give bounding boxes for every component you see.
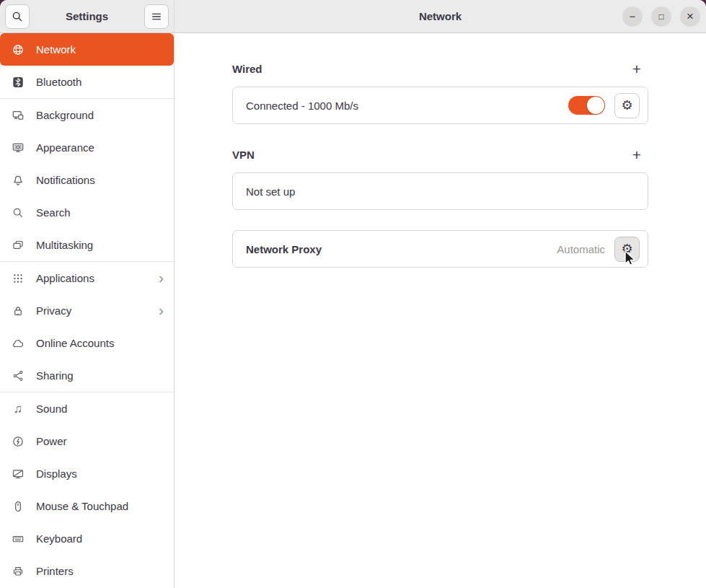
sidebar-item-label: Power <box>36 435 67 447</box>
search-icon <box>12 11 23 22</box>
sidebar-item-label: Multitasking <box>36 239 93 251</box>
sidebar-item-label: Sharing <box>36 369 74 382</box>
sidebar-item-appearance[interactable]: Appearance <box>0 131 174 164</box>
vpn-status-label: Not set up <box>246 185 640 198</box>
maximize-button[interactable]: □ <box>651 6 671 27</box>
sidebar-item-label: Privacy <box>36 304 71 317</box>
sidebar-item-label: Mouse & Touchpad <box>36 500 128 512</box>
sidebar-item-label: Displays <box>36 468 77 480</box>
wired-status-label: Connected - 1000 Mb/s <box>246 100 568 112</box>
close-button[interactable]: × <box>680 6 700 27</box>
sidebar-item-printers[interactable]: Printers <box>0 555 174 587</box>
sidebar-item-multitasking[interactable]: Multitasking <box>0 229 174 261</box>
sidebar-item-label: Search <box>36 206 71 219</box>
proxy-value: Automatic <box>557 243 605 255</box>
app-title: Settings <box>30 10 144 22</box>
menu-button[interactable] <box>144 4 169 29</box>
background-icon <box>12 110 24 121</box>
sidebar-item-label: Sound <box>36 403 67 415</box>
sidebar-item-background[interactable]: Background <box>0 99 174 131</box>
minimize-button[interactable]: − <box>622 6 643 27</box>
sidebar-item-label: Online Accounts <box>36 337 114 349</box>
lock-icon <box>12 305 24 317</box>
sidebar-item-privacy[interactable]: Privacy › <box>0 294 174 327</box>
sidebar-item-label: Background <box>36 109 94 121</box>
gear-icon: ⚙ <box>621 99 632 112</box>
multitasking-icon <box>12 240 24 251</box>
printer-icon <box>12 566 24 577</box>
sidebar-item-network[interactable]: Network <box>0 33 174 66</box>
settings-window: Settings Network − □ × Network <box>0 0 706 588</box>
network-proxy-row[interactable]: Network Proxy Automatic ⚙ <box>232 230 648 268</box>
bell-icon <box>12 175 24 186</box>
sidebar-item-label: Network <box>36 43 76 56</box>
wired-section-header: Wired + <box>232 61 648 76</box>
vpn-status-row: Not set up <box>232 172 648 210</box>
chevron-right-icon: › <box>159 272 164 284</box>
app-grid-icon <box>12 273 24 284</box>
bluetooth-icon <box>12 76 24 88</box>
wired-toggle[interactable] <box>568 96 605 115</box>
music-note-icon: ♫ <box>12 403 24 415</box>
sidebar-item-notifications[interactable]: Notifications <box>0 164 174 196</box>
sidebar-item-displays[interactable]: Displays <box>0 457 174 490</box>
cloud-icon <box>12 338 24 349</box>
sidebar-item-label: Notifications <box>36 174 95 186</box>
sidebar-item-mouse-touchpad[interactable]: Mouse & Touchpad <box>0 490 174 522</box>
sidebar-item-bluetooth[interactable]: Bluetooth <box>0 66 174 98</box>
search-button[interactable] <box>5 4 30 29</box>
add-vpn-button[interactable]: + <box>630 146 644 164</box>
keyboard-icon <box>12 533 24 545</box>
sidebar-item-power[interactable]: Power <box>0 425 174 457</box>
vpn-section-header: VPN + <box>232 146 648 162</box>
sidebar-item-search[interactable]: Search <box>0 196 174 229</box>
chevron-right-icon: › <box>159 304 164 317</box>
share-icon <box>12 370 24 382</box>
hamburger-icon <box>151 11 162 22</box>
sidebar-item-online-accounts[interactable]: Online Accounts <box>0 327 174 359</box>
wired-connection-row[interactable]: Connected - 1000 Mb/s ⚙ <box>232 87 648 124</box>
sidebar-item-label: Applications <box>36 272 94 284</box>
sidebar-item-sharing[interactable]: Sharing <box>0 359 174 392</box>
search-icon <box>12 207 24 219</box>
content-header: Network − □ × <box>175 0 706 32</box>
network-panel: Wired + Connected - 1000 Mb/s ⚙ VPN + No… <box>175 33 706 588</box>
proxy-label: Network Proxy <box>246 243 557 255</box>
appearance-icon <box>12 142 24 154</box>
window-controls: − □ × <box>622 6 700 27</box>
sidebar-item-keyboard[interactable]: Keyboard <box>0 522 174 555</box>
display-icon <box>12 468 24 480</box>
sidebar-item-label: Printers <box>36 565 74 577</box>
globe-icon <box>12 44 24 56</box>
gear-icon: ⚙ <box>621 242 632 255</box>
wired-settings-gear-button[interactable]: ⚙ <box>614 93 640 118</box>
sidebar-item-label: Appearance <box>36 141 94 154</box>
proxy-settings-gear-button[interactable]: ⚙ <box>614 237 640 262</box>
sidebar-item-sound[interactable]: ♫ Sound <box>0 392 174 425</box>
sidebar-item-label: Keyboard <box>36 532 82 545</box>
power-icon <box>12 436 24 447</box>
add-wired-button[interactable]: + <box>630 60 644 78</box>
sidebar-header: Settings <box>0 0 175 32</box>
mouse-icon <box>12 501 24 512</box>
vpn-heading: VPN <box>232 149 255 161</box>
wired-heading: Wired <box>232 63 262 75</box>
sidebar-item-applications[interactable]: Applications › <box>0 262 174 294</box>
header-bar: Settings Network − □ × <box>0 0 706 33</box>
toggle-knob <box>587 97 604 114</box>
sidebar-item-label: Bluetooth <box>36 76 81 88</box>
settings-sidebar: Network Bluetooth Background Appeara <box>0 33 175 588</box>
